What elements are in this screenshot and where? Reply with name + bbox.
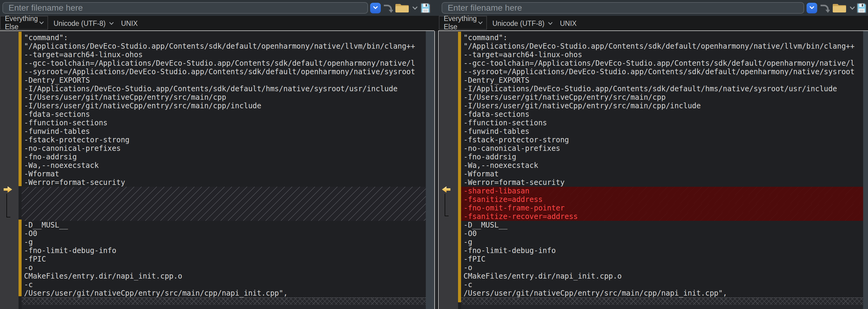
code-line: -fsanitize-recover=address	[461, 212, 863, 221]
left-filename-input[interactable]	[2, 2, 368, 14]
right-file-kind-popup[interactable]: Everything Else	[439, 16, 487, 30]
chevron-down-icon	[109, 22, 114, 25]
code-line: -shared-libasan	[461, 187, 863, 195]
right-code-editor[interactable]: "command":"/Applications/DevEco-Studio.a…	[461, 31, 863, 309]
code-line: -fno-addrsig	[22, 153, 426, 161]
code-line: -fstack-protector-strong	[461, 136, 863, 144]
code-line: --gcc-toolchain=/Applications/DevEco-Stu…	[22, 59, 426, 67]
code-line: -Wformat	[22, 170, 426, 178]
left-reopen-button[interactable]	[382, 3, 393, 14]
right-encoding-popup[interactable]: Unicode (UTF-8)	[492, 16, 553, 31]
left-vertical-scrollbar[interactable]	[426, 31, 434, 309]
change-bar	[19, 220, 22, 296]
folder-icon	[832, 3, 847, 14]
code-line: -I/Applications/DevEco-Studio.app/Conten…	[461, 85, 863, 93]
code-line: -fno-limit-debug-info	[461, 246, 863, 255]
file-kind-label: Everything Else	[5, 14, 39, 31]
diff-range-bracket	[6, 194, 7, 217]
encoding-label: Unicode (UTF-8)	[54, 20, 105, 28]
right-folder-dropdown[interactable]	[850, 6, 855, 10]
left-open-folder-button[interactable]	[395, 3, 409, 14]
right-filename-input[interactable]	[442, 2, 804, 14]
encoding-label: Unicode (UTF-8)	[492, 20, 545, 28]
merge-left-arrow-icon[interactable]	[442, 186, 451, 193]
chevron-down-icon	[548, 22, 553, 25]
chevron-down-icon	[372, 4, 379, 12]
left-encoding-popup[interactable]: Unicode (UTF-8)	[54, 16, 114, 31]
right-vertical-scrollbar[interactable]	[863, 31, 868, 309]
code-line: "command":	[461, 33, 863, 42]
code-line: -I/Applications/DevEco-Studio.app/Conten…	[22, 85, 426, 93]
code-line: -no-canonical-prefixes	[461, 144, 863, 153]
code-line: -Werror=format-security	[461, 178, 863, 187]
code-line: -funwind-tables	[22, 127, 426, 136]
right-filename-dropdown-button[interactable]	[807, 3, 817, 13]
code-line: -Wformat	[461, 170, 863, 178]
code-line: -Wa,--noexecstack	[22, 161, 426, 170]
horizontal-scrollbar-track[interactable]	[22, 305, 426, 309]
code-line: -fPIC	[461, 255, 863, 264]
missing-lines-hatch	[22, 187, 426, 221]
code-line: -fsanitize=address	[461, 195, 863, 204]
code-line: -c	[22, 280, 426, 289]
chevron-down-icon	[39, 21, 44, 24]
added-code-lines: -shared-libasan-fsanitize=address-fno-om…	[461, 187, 863, 221]
code-line: -fno-omit-frame-pointer	[461, 204, 863, 212]
right-save-button[interactable]	[857, 3, 867, 14]
left-code-editor[interactable]: "command":"/Applications/DevEco-Studio.a…	[22, 31, 426, 309]
code-line: -Werror=format-security	[22, 178, 426, 187]
left-folder-dropdown[interactable]	[412, 6, 417, 10]
format-toolbar: Everything Else Unicode (UTF-8) UNIX Eve…	[0, 16, 868, 31]
change-bar	[458, 32, 461, 302]
code-line: -O0	[22, 229, 426, 238]
code-line: --target=aarch64-linux-ohos	[22, 51, 426, 59]
code-line: -D__MUSL__	[22, 221, 426, 229]
code-line: -funwind-tables	[461, 127, 863, 136]
code-line: "/Applications/DevEco-Studio.app/Content…	[461, 42, 863, 51]
folder-icon	[395, 3, 409, 14]
code-line: -g	[461, 238, 863, 246]
code-line: -fno-addrsig	[461, 153, 863, 161]
right-editor-pane: "command":"/Applications/DevEco-Studio.a…	[438, 31, 868, 309]
diff-range-bracket-foot	[6, 217, 10, 217]
code-line: --sysroot=/Applications/DevEco-Studio.ap…	[461, 67, 863, 76]
code-line: -no-canonical-prefixes	[22, 144, 426, 153]
code-line: -I/Users/user/git/nativeCpp/entry/src/ma…	[461, 93, 863, 101]
curved-arrow-icon	[819, 3, 830, 14]
code-line: -I/Users/user/git/nativeCpp/entry/src/ma…	[22, 93, 426, 101]
right-open-folder-button[interactable]	[832, 3, 847, 14]
left-filename-dropdown-button[interactable]	[370, 3, 381, 13]
file-kind-label: Everything Else	[444, 14, 478, 31]
code-line: -ffunction-sections	[22, 119, 426, 127]
left-file-kind-popup[interactable]: Everything Else	[0, 16, 48, 30]
code-line: -Dentry_EXPORTS	[22, 76, 426, 85]
code-line: CMakeFiles/entry.dir/napi_init.cpp.o	[22, 272, 426, 280]
code-line: -O0	[461, 229, 863, 238]
code-lines-bottom: -D__MUSL__-O0-g-fno-limit-debug-info-fPI…	[22, 221, 426, 298]
merge-right-arrow-icon[interactable]	[4, 186, 12, 193]
code-line: -o	[461, 264, 863, 272]
code-line: --gcc-toolchain=/Applications/DevEco-Stu…	[461, 59, 863, 67]
right-reopen-button[interactable]	[819, 3, 830, 14]
code-lines-top: "command":"/Applications/DevEco-Studio.a…	[461, 33, 863, 187]
horizontal-scrollbar-track[interactable]	[461, 305, 863, 309]
code-line: -c	[461, 280, 863, 289]
code-line: CMakeFiles/entry.dir/napi_init.cpp.o	[461, 272, 863, 280]
code-line: -I/Users/user/git/nativeCpp/entry/src/ma…	[461, 101, 863, 110]
code-line: -ffunction-sections	[461, 119, 863, 127]
end-of-file-hatch	[22, 298, 426, 305]
code-line: --target=aarch64-linux-ohos	[461, 51, 863, 59]
code-line: "/Applications/DevEco-Studio.app/Content…	[22, 42, 426, 51]
chevron-down-icon	[808, 4, 815, 12]
code-lines-top: "command":"/Applications/DevEco-Studio.a…	[22, 33, 426, 187]
code-line: -Wa,--noexecstack	[461, 161, 863, 170]
left-save-button[interactable]	[420, 3, 431, 14]
curved-arrow-icon	[382, 3, 393, 14]
right-line-ending-label: UNIX	[560, 16, 577, 31]
code-line: -I/Users/user/git/nativeCpp/entry/src/ma…	[22, 101, 426, 110]
code-line: -fdata-sections	[461, 110, 863, 119]
floppy-disk-icon	[857, 3, 867, 14]
code-line: -fno-limit-debug-info	[22, 246, 426, 255]
diff-range-bracket-foot	[445, 216, 448, 216]
code-line: -fstack-protector-strong	[22, 136, 426, 144]
